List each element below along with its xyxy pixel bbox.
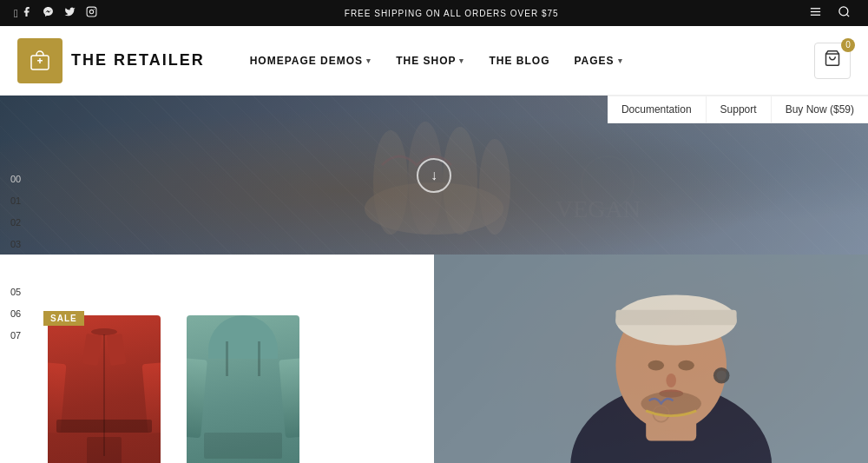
svg-point-2 bbox=[94, 9, 95, 10]
nav-the-blog[interactable]: THE BLOG bbox=[478, 48, 560, 74]
nav-the-shop[interactable]: THE SHOP ▾ bbox=[385, 48, 475, 74]
instagram-icon[interactable] bbox=[86, 6, 97, 20]
main-nav: HOMEPAGE DEMOS ▾ THE SHOP ▾ THE BLOG PAG… bbox=[240, 48, 814, 74]
below-hero: 00 01 02 03 05 06 07 SALE bbox=[0, 255, 868, 463]
side-num-03: 03 bbox=[0, 233, 30, 255]
svg-point-28 bbox=[678, 360, 694, 371]
svg-point-6 bbox=[839, 7, 848, 16]
chevron-down-icon: ▾ bbox=[459, 56, 464, 65]
svg-point-35 bbox=[716, 370, 727, 380]
side-num-01: 01 bbox=[0, 189, 30, 211]
svg-line-7 bbox=[846, 14, 849, 17]
header-right: 0 bbox=[814, 43, 851, 79]
logo-area[interactable]: THE RETAILER bbox=[17, 38, 205, 83]
messenger-icon[interactable] bbox=[43, 6, 54, 20]
chevron-down-icon: ▾ bbox=[366, 56, 372, 65]
product-card-green-hoodie[interactable] bbox=[182, 315, 304, 463]
top-bar-right-icons bbox=[806, 5, 854, 21]
logo-icon bbox=[17, 38, 62, 83]
twitter-icon[interactable] bbox=[64, 6, 76, 20]
side-num-07: 07 bbox=[0, 324, 30, 346]
product-card-red-coat[interactable] bbox=[43, 315, 165, 463]
side-num-05: 05 bbox=[0, 281, 30, 302]
social-icons:  bbox=[14, 6, 97, 20]
top-bar:  FREE SHIPPING ON ALL ORDERS OVER $75 bbox=[0, 0, 868, 26]
nav-homepage-demos[interactable]: HOMEPAGE DEMOS ▾ bbox=[240, 48, 382, 74]
chevron-down-icon: ▾ bbox=[618, 56, 623, 65]
search-icon[interactable] bbox=[834, 5, 854, 21]
sub-nav-support[interactable]: Support bbox=[707, 96, 772, 122]
svg-point-1 bbox=[90, 10, 94, 13]
sub-nav-documentation[interactable]: Documentation bbox=[608, 96, 707, 122]
scroll-down-button[interactable]: ↓ bbox=[417, 158, 451, 193]
svg-point-17 bbox=[479, 139, 510, 235]
nav-pages[interactable]: PAGES ▾ bbox=[563, 48, 633, 74]
header: THE RETAILER HOMEPAGE DEMOS ▾ THE SHOP ▾… bbox=[0, 26, 868, 96]
page-wrapper:  FREE SHIPPING ON ALL ORDERS OVER $75 bbox=[0, 0, 868, 463]
svg-text:VEGAN: VEGAN bbox=[556, 195, 641, 222]
side-num-06: 06 bbox=[0, 302, 30, 324]
sub-nav-buy-now[interactable]: Buy Now ($59) bbox=[772, 96, 868, 122]
sub-nav: Documentation Support Buy Now ($59) bbox=[608, 96, 868, 123]
svg-rect-26 bbox=[615, 310, 736, 325]
cart-button[interactable]: 0 bbox=[814, 43, 851, 79]
green-hoodie-image bbox=[187, 315, 299, 463]
products-area: SALE bbox=[0, 255, 434, 463]
logo-text: THE RETAILER bbox=[71, 51, 205, 69]
cart-count: 0 bbox=[841, 38, 855, 52]
right-panel-image: Slipknot bbox=[434, 255, 868, 463]
svg-point-14 bbox=[373, 130, 408, 235]
cart-icon bbox=[824, 50, 841, 71]
facebook-icon[interactable]:  bbox=[14, 6, 32, 20]
side-num-02: 02 bbox=[0, 211, 30, 233]
red-coat-image bbox=[48, 315, 161, 463]
sale-badge: SALE bbox=[43, 311, 84, 326]
side-num-00: 00 bbox=[0, 168, 30, 189]
svg-point-27 bbox=[648, 360, 665, 371]
side-numbers: 00 01 02 03 05 06 07 bbox=[0, 255, 30, 346]
menu-icon[interactable] bbox=[806, 5, 825, 21]
svg-point-29 bbox=[666, 374, 676, 387]
announcement-text: FREE SHIPPING ON ALL ORDERS OVER $75 bbox=[97, 9, 806, 18]
svg-rect-0 bbox=[87, 7, 96, 17]
